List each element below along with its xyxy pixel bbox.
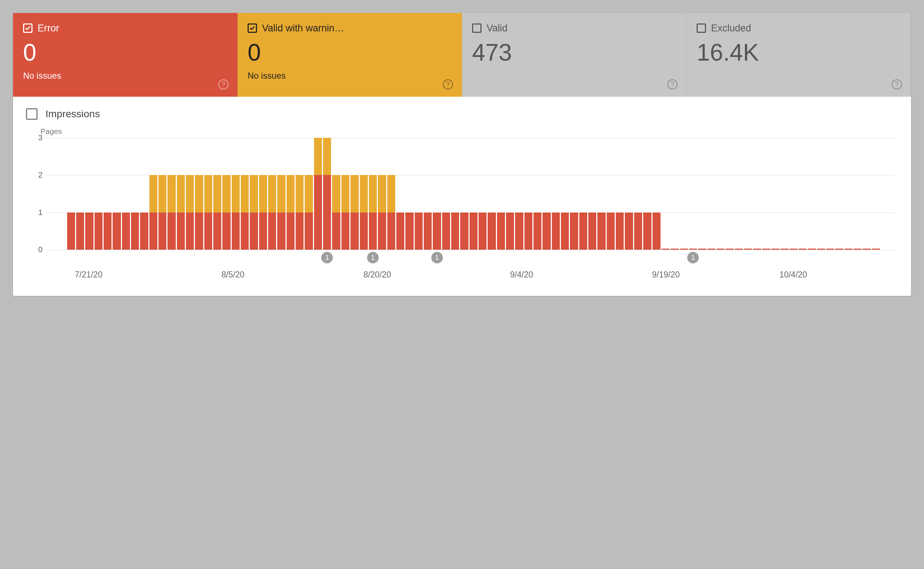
bar xyxy=(268,138,276,250)
card-valid[interactable]: Valid 473 ? xyxy=(462,13,687,97)
bar xyxy=(232,138,240,250)
card-sub: No issues xyxy=(23,71,227,81)
bar xyxy=(616,138,624,250)
chart-section: Impressions Pages 0123 1111 7/21/208/5/2… xyxy=(13,97,911,296)
bar xyxy=(634,138,642,250)
bar xyxy=(295,138,304,250)
card-value: 16.4K xyxy=(697,40,901,64)
x-axis: 7/21/208/5/208/20/209/4/209/19/2010/4/20 xyxy=(46,270,895,284)
bar xyxy=(149,138,157,250)
bar xyxy=(405,138,413,250)
x-tick-label: 8/5/20 xyxy=(221,270,244,280)
bar xyxy=(753,138,761,250)
card-label: Error xyxy=(38,23,59,34)
checkbox-checked-icon[interactable] xyxy=(248,23,257,33)
event-marker[interactable]: 1 xyxy=(687,252,699,263)
bar xyxy=(790,138,798,250)
checkbox-checked-icon[interactable] xyxy=(23,23,32,33)
event-marker[interactable]: 1 xyxy=(367,252,379,263)
card-excluded[interactable]: Excluded 16.4K ? xyxy=(687,13,911,97)
event-marker[interactable]: 1 xyxy=(431,252,443,263)
bar xyxy=(799,138,807,250)
bar xyxy=(433,138,441,250)
bar xyxy=(286,138,295,250)
y-tick-label: 2 xyxy=(32,170,43,180)
y-tick-label: 3 xyxy=(32,133,43,143)
card-value: 473 xyxy=(472,40,676,64)
bar xyxy=(854,138,862,250)
card-value: 0 xyxy=(23,40,227,64)
bar xyxy=(588,138,596,250)
bars-container xyxy=(46,138,895,250)
checkbox-unchecked-icon[interactable] xyxy=(26,108,38,120)
bar xyxy=(771,138,779,250)
bar xyxy=(479,138,487,250)
bar xyxy=(314,138,322,250)
card-value: 0 xyxy=(248,40,452,64)
coverage-panel: Error 0 No issues ? Valid with warnin… 0… xyxy=(13,13,911,296)
bar xyxy=(387,138,395,250)
bar xyxy=(304,138,312,250)
bar xyxy=(167,138,175,250)
bar xyxy=(104,138,111,250)
bar xyxy=(579,138,587,250)
bar xyxy=(698,138,706,250)
bar xyxy=(826,138,834,250)
bar xyxy=(259,138,267,250)
card-label: Valid with warnin… xyxy=(262,23,344,34)
bar xyxy=(415,138,423,250)
card-label: Excluded xyxy=(711,23,751,34)
x-tick-label: 8/20/20 xyxy=(364,270,391,280)
bar xyxy=(717,138,725,250)
bar xyxy=(67,138,75,250)
bar xyxy=(442,138,450,250)
impressions-toggle[interactable]: Impressions xyxy=(26,108,900,120)
bar xyxy=(872,138,880,250)
bar xyxy=(396,138,404,250)
card-warning[interactable]: Valid with warnin… 0 No issues ? xyxy=(237,13,462,97)
x-tick-label: 7/21/20 xyxy=(75,270,102,280)
bar xyxy=(140,138,148,250)
help-icon[interactable]: ? xyxy=(443,79,453,90)
bar xyxy=(451,138,459,250)
bar xyxy=(341,138,349,250)
help-icon[interactable]: ? xyxy=(218,79,228,90)
y-axis-title: Pages xyxy=(40,127,900,136)
help-icon[interactable]: ? xyxy=(667,79,677,90)
bar xyxy=(762,138,770,250)
bar xyxy=(204,138,212,250)
y-tick-label: 1 xyxy=(32,208,43,217)
bar xyxy=(460,138,468,250)
bar xyxy=(735,138,743,250)
bar xyxy=(424,138,432,250)
bar xyxy=(350,138,358,250)
event-marker[interactable]: 1 xyxy=(321,252,333,263)
bar xyxy=(488,138,496,250)
bar xyxy=(497,138,505,250)
card-error[interactable]: Error 0 No issues ? xyxy=(13,13,237,97)
help-icon[interactable]: ? xyxy=(892,79,902,90)
bar xyxy=(506,138,514,250)
bar xyxy=(835,138,843,250)
bar xyxy=(85,138,93,250)
bar xyxy=(808,138,816,250)
x-tick-label: 10/4/20 xyxy=(779,270,807,280)
bar xyxy=(76,138,84,250)
bar xyxy=(643,138,651,250)
bar xyxy=(780,138,788,250)
bar xyxy=(817,138,825,250)
status-cards: Error 0 No issues ? Valid with warnin… 0… xyxy=(13,13,911,97)
checkbox-unchecked-icon[interactable] xyxy=(472,23,481,33)
bar xyxy=(524,138,533,250)
bar xyxy=(186,138,194,250)
x-tick-label: 9/19/20 xyxy=(652,270,680,280)
bar xyxy=(607,138,615,250)
bar xyxy=(213,138,221,250)
bar xyxy=(94,138,102,250)
bar xyxy=(680,138,688,250)
bar xyxy=(515,138,523,250)
bar xyxy=(708,138,715,250)
checkbox-unchecked-icon[interactable] xyxy=(697,23,706,33)
bar xyxy=(671,138,679,250)
bar xyxy=(689,138,697,250)
